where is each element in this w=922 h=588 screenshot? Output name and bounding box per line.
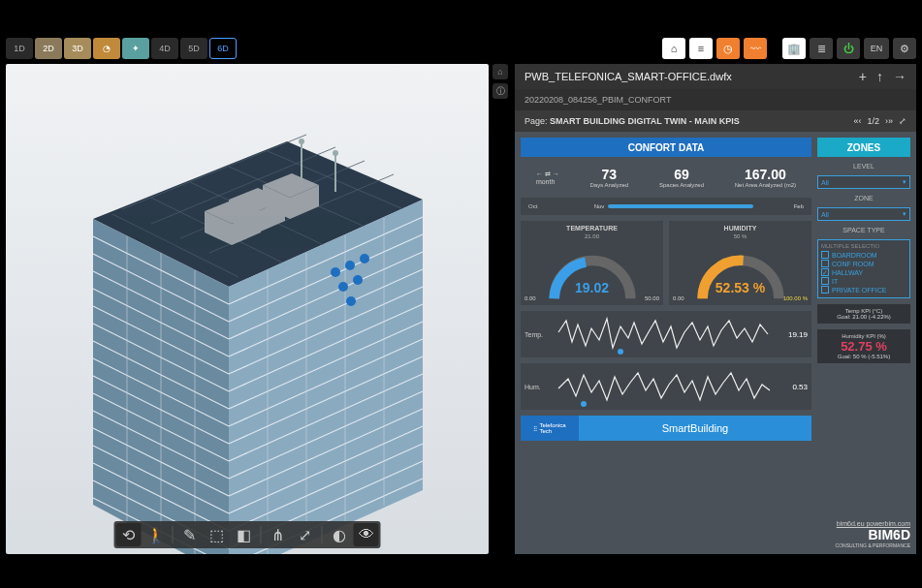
stat-spaces: 69 (659, 167, 704, 182)
orbit-icon[interactable]: ⟲ (116, 523, 142, 546)
page-bar: Page: SMART BUILDING DIGITAL TWIN - MAIN… (515, 110, 916, 132)
session-label: 20220208_084256_PBIM_CONFORT (525, 95, 671, 105)
temp-kpi: Temp KPI (°C) Goal: 21.00 (-4.22%) (817, 304, 910, 324)
file-name: PWB_TELEFONICA_SMART-OFFICE.dwfx (525, 71, 732, 82)
temperature-gauge: TEMPERATURE 21.00 19.02 0.0050.00 (521, 221, 663, 305)
toggle-icon[interactable]: ⏻ (837, 38, 860, 59)
last-page-icon[interactable]: ›» (885, 116, 893, 126)
walk-icon[interactable]: 🚶 (143, 523, 169, 546)
hum-trend: Hum. 0.53 (521, 363, 811, 410)
space-type-item[interactable]: IT (821, 277, 906, 285)
dim-chart[interactable]: ◔ (93, 38, 120, 59)
language-selector[interactable]: EN (864, 38, 889, 59)
space-type-item[interactable]: HALLWAY (821, 268, 906, 276)
side-rail: ⌂ ⓘ (493, 64, 510, 103)
viewport-toolbar: ⟲ 🚶 ✎ ⬚ ◧ ⋔ ⤢ ◐ 👁 (114, 521, 381, 548)
add-icon[interactable]: + (859, 69, 867, 84)
space-type-list[interactable]: MULTIPLE SELECTIO BOARDROOMCONF ROOMHALL… (817, 239, 910, 298)
dim-2d[interactable]: 2D (35, 38, 62, 59)
top-toolbar: 1D 2D 3D ◔ ✦ 4D 5D 6D ⌂ ≡ ◷ 〰 🏢 ≣ ⏻ EN ⚙ (6, 35, 916, 62)
visibility-icon[interactable]: 👁 (354, 523, 379, 546)
dim-1d[interactable]: 1D (6, 38, 33, 59)
layers-icon[interactable]: ≣ (810, 38, 833, 59)
logo-row: ⠿ TelefonicaTech SmartBuilding (521, 416, 811, 441)
next-icon[interactable]: → (893, 69, 906, 84)
first-page-icon[interactable]: «‹ (853, 116, 861, 126)
confort-header: CONFORT DATA (521, 138, 811, 157)
svg-point-21 (299, 139, 304, 144)
zone-select[interactable]: All▾ (817, 207, 910, 221)
dashboard-body: CONFORT DATA ← ⇄ →month 73Days Analyzed … (515, 132, 916, 554)
cube-icon[interactable]: ⬚ (205, 523, 230, 546)
section-icon[interactable]: ◐ (327, 523, 352, 546)
upload-icon[interactable]: ↑ (876, 69, 883, 84)
box-icon[interactable]: ◧ (232, 523, 257, 546)
dim-6d[interactable]: 6D (209, 38, 237, 59)
stat-area: 167.00 (735, 167, 796, 182)
svg-point-71 (581, 401, 587, 407)
3d-viewport[interactable]: ⟲ 🚶 ✎ ⬚ ◧ ⋔ ⤢ ◐ 👁 (6, 64, 489, 554)
rail-home-icon[interactable]: ⌂ (493, 64, 508, 79)
settings-icon[interactable]: ⚙ (893, 38, 916, 59)
page-position: 1/2 (867, 116, 879, 126)
hum-kpi-value: 52.75 % (821, 339, 906, 354)
right-toolbar: ⌂ ≡ ◷ 〰 🏢 ≣ ⏻ EN ⚙ (662, 38, 916, 59)
svg-point-69 (346, 296, 356, 306)
svg-point-70 (618, 349, 623, 355)
page-title: SMART BUILDING DIGITAL TWIN - MAIN KPIS (550, 116, 740, 126)
dim-4d[interactable]: 4D (151, 38, 178, 59)
temp-value: 19.02 (575, 280, 609, 295)
building-icon[interactable]: 🏢 (782, 38, 806, 59)
space-type-item[interactable]: BOARDROOM (821, 251, 906, 259)
dashboard-panel: PWB_TELEFONICA_SMART-OFFICE.dwfx + ↑ → 2… (515, 64, 916, 554)
stat-days: 73 (590, 167, 629, 182)
hierarchy-icon[interactable]: ⋔ (266, 523, 291, 546)
telefonica-logo: ⠿ TelefonicaTech (521, 416, 579, 441)
temp-trend: Temp. 19.19 (521, 311, 811, 357)
dim-plus[interactable]: ✦ (122, 38, 149, 59)
panel-header: PWB_TELEFONICA_SMART-OFFICE.dwfx + ↑ → (515, 64, 916, 89)
zones-header: ZONES (817, 138, 910, 157)
clock-icon[interactable]: ◷ (716, 38, 740, 59)
session-bar: 20220208_084256_PBIM_CONFORT (515, 89, 916, 110)
space-type-item[interactable]: PRIVATE OFFICE (821, 286, 906, 294)
dim-3d[interactable]: 3D (64, 38, 91, 59)
building-model (35, 112, 442, 554)
svg-point-66 (360, 254, 369, 263)
stats-row: ← ⇄ →month 73Days Analyzed 69Spaces Anal… (521, 163, 811, 192)
svg-point-65 (345, 261, 355, 270)
space-type-item[interactable]: CONF ROOM (821, 260, 906, 267)
svg-point-68 (353, 275, 363, 285)
home-icon[interactable]: ⌂ (662, 38, 685, 59)
dim-5d[interactable]: 5D (180, 38, 207, 59)
list-icon[interactable]: ≡ (689, 38, 713, 59)
hum-kpi: Humidity KPI (%) 52.75 % Goal: 50 % (-5.… (817, 329, 910, 363)
smartbuilding-logo: SmartBuilding (579, 416, 811, 441)
trend-icon[interactable]: 〰 (744, 38, 767, 59)
rail-info-icon[interactable]: ⓘ (493, 83, 508, 99)
chevron-down-icon: ▾ (903, 178, 906, 186)
timeline[interactable]: OctNov DecJan Feb (521, 198, 811, 215)
measure-icon[interactable]: ⤢ (293, 523, 318, 546)
dimension-buttons: 1D 2D 3D ◔ ✦ 4D 5D 6D (6, 38, 237, 59)
level-select[interactable]: All▾ (817, 175, 910, 189)
svg-point-64 (331, 267, 340, 277)
humidity-gauge: HUMIDITY 50 % 52.53 % 0.00100.00 % (669, 221, 811, 305)
edit-icon[interactable]: ✎ (177, 523, 203, 546)
expand-icon[interactable]: ⤢ (899, 116, 906, 126)
brand-footer: bim6d.eu powerbim.com BIM6D CONSULTING &… (817, 520, 910, 548)
svg-point-67 (338, 282, 348, 292)
page-nav: «‹ 1/2 ›» ⤢ (853, 116, 906, 126)
chevron-down-icon: ▾ (903, 210, 906, 218)
hum-value: 52.53 % (715, 280, 765, 295)
svg-point-22 (333, 150, 338, 156)
